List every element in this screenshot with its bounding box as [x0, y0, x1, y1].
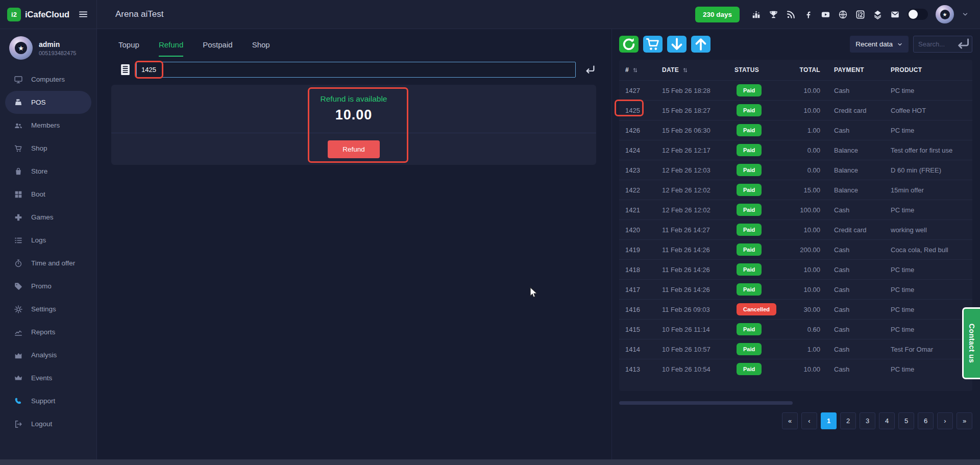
page-6[interactable]: 6 [918, 412, 934, 429]
license-days-badge[interactable]: 230 days [695, 7, 740, 22]
page-1[interactable]: 1 [821, 412, 837, 429]
page-next[interactable]: › [937, 412, 953, 429]
status-badge: Paid [737, 224, 762, 236]
order-row-1417[interactable]: 141711 Feb 26 14:26Paid10.00CashPC time [619, 279, 972, 299]
refund-button[interactable]: Refund [328, 140, 380, 158]
tab-refund[interactable]: Refund [159, 40, 183, 57]
hamburger-menu-icon[interactable] [78, 9, 88, 19]
podium-icon[interactable] [751, 10, 761, 19]
sidebar-item-reports[interactable]: Reports [0, 321, 96, 344]
order-row-1420[interactable]: 142011 Feb 26 14:27Paid10.00Credit cardw… [619, 219, 972, 239]
sidebar-item-support[interactable]: Support [0, 389, 96, 412]
order-total: 0.00 [795, 166, 820, 174]
sidebar-item-store[interactable]: Store [0, 160, 96, 183]
sidebar-item-computers[interactable]: Computers [0, 68, 96, 91]
order-row-1425[interactable]: 142515 Feb 26 18:27Paid10.00Credit cardC… [619, 100, 972, 120]
order-payment: Cash [820, 246, 888, 254]
order-payment: Cash [820, 127, 888, 134]
page-2[interactable]: 2 [840, 412, 856, 429]
trophy-icon[interactable] [769, 10, 778, 19]
cart-button[interactable] [643, 36, 663, 53]
refresh-button[interactable] [619, 36, 639, 53]
order-id: 1423 [619, 166, 660, 174]
status-badge: Paid [737, 343, 762, 355]
theme-toggle[interactable] [908, 9, 928, 20]
order-row-1419[interactable]: 141911 Feb 26 14:26Paid200.00CashCoca co… [619, 239, 972, 259]
youtube-icon[interactable] [821, 10, 830, 19]
order-input-row [111, 62, 596, 78]
sidebar-item-label: Analysis [31, 351, 57, 359]
order-status: Paid [734, 224, 795, 236]
horizontal-scrollbar-thumb[interactable] [619, 401, 793, 405]
list-icon [14, 236, 23, 245]
order-product: PC time [888, 306, 972, 313]
sidebar-item-time-and-offer[interactable]: Time and offer [0, 252, 96, 275]
order-row-1424[interactable]: 142412 Feb 26 12:17Paid0.00BalanceTest o… [619, 140, 972, 160]
sidebar-item-boot[interactable]: Boot [0, 183, 96, 206]
facebook-icon[interactable] [803, 10, 813, 19]
order-row-1415[interactable]: 141510 Feb 26 11:14Paid0.60CashPC time [619, 319, 972, 339]
tab-shop[interactable]: Shop [252, 40, 270, 57]
page-first[interactable]: « [782, 412, 798, 429]
sidebar-item-promo[interactable]: Promo [0, 275, 96, 298]
sidebar-item-members[interactable]: Members [0, 114, 96, 137]
sidebar-item-shop[interactable]: Shop [0, 137, 96, 160]
order-payment: Cash [820, 365, 888, 373]
sidebar-item-pos[interactable]: POS [5, 91, 91, 114]
order-row-1413[interactable]: 141310 Feb 26 10:54Paid10.00CashPC time [619, 359, 972, 379]
order-payment: Balance [820, 146, 888, 154]
column-header-number[interactable]: # [619, 66, 660, 74]
page-4[interactable]: 4 [879, 412, 895, 429]
horizontal-scrollbar[interactable] [0, 459, 980, 465]
order-row-1418[interactable]: 141811 Feb 26 14:26Paid10.00CashPC time [619, 259, 972, 279]
sites-icon[interactable] [873, 10, 883, 19]
arrow-down-button[interactable] [667, 36, 687, 53]
chevron-down-icon[interactable] [962, 11, 969, 18]
page-last[interactable]: » [957, 412, 972, 429]
search-enter-icon[interactable] [954, 36, 972, 52]
sidebar-item-label: Store [31, 167, 47, 175]
order-row-1414[interactable]: 141410 Feb 26 10:57Paid1.00CashTest For … [619, 339, 972, 359]
contact-us-tab[interactable]: Contact us [962, 307, 980, 379]
account-avatar[interactable]: ★ [936, 5, 954, 23]
mail-icon[interactable] [890, 10, 900, 19]
sidebar-item-analysis[interactable]: Analysis [0, 344, 96, 366]
order-row-1422[interactable]: 142212 Feb 26 12:02Paid15.00Balance15min… [619, 180, 972, 200]
sidebar-item-logout[interactable]: Logout [0, 412, 96, 435]
order-number-input[interactable] [136, 62, 576, 78]
sidebar-item-logs[interactable]: Logs [0, 229, 96, 252]
page-prev[interactable]: ‹ [801, 412, 817, 429]
data-filter-select[interactable]: Recent data [850, 36, 909, 53]
order-row-1423[interactable]: 142312 Feb 26 12:03Paid0.00BalanceD 60 m… [619, 160, 972, 180]
topbar-right: 230 days ★ [695, 5, 969, 23]
tab-postpaid[interactable]: Postpaid [203, 40, 232, 57]
order-row-1421[interactable]: 142112 Feb 26 12:02Paid100.00CashPC time [619, 200, 972, 219]
column-header-status: STATUS [734, 66, 795, 74]
tab-topup[interactable]: Topup [118, 40, 139, 57]
globe-icon[interactable] [838, 10, 848, 19]
brand-logo[interactable]: i2 iCafeCloud [7, 8, 69, 21]
order-total: 1.00 [795, 346, 820, 353]
sidebar-item-games[interactable]: Games [0, 206, 96, 229]
sidebar-item-events[interactable]: Events [0, 366, 96, 389]
column-header-date[interactable]: DATE [660, 66, 734, 74]
sidebar-item-settings[interactable]: Settings [0, 298, 96, 321]
i2-app-icon[interactable] [855, 10, 865, 19]
order-product: Coca cola, Red bull [888, 246, 972, 254]
rss-icon[interactable] [786, 10, 796, 19]
order-status: Paid [734, 283, 795, 296]
page-3[interactable]: 3 [860, 412, 875, 429]
user-profile[interactable]: ★ admin 005193482475 [0, 29, 96, 64]
enter-icon[interactable] [584, 64, 596, 76]
page-5[interactable]: 5 [898, 412, 914, 429]
status-badge: Paid [737, 184, 762, 196]
user-avatar: ★ [9, 36, 33, 60]
order-row-1416[interactable]: 141611 Feb 26 09:03Cancelled30.00CashPC … [619, 299, 972, 319]
order-row-1426[interactable]: 142615 Feb 26 06:30Paid1.00CashPC time [619, 120, 972, 140]
sidebar-item-label: Promo [31, 282, 52, 290]
receipt-icon[interactable] [118, 63, 132, 77]
arrow-up-button[interactable] [691, 36, 710, 53]
pagination: «‹123456›» [619, 412, 972, 429]
order-row-1427[interactable]: 142715 Feb 26 18:28Paid10.00CashPC time [619, 80, 972, 100]
orders-search-input[interactable] [914, 40, 954, 48]
